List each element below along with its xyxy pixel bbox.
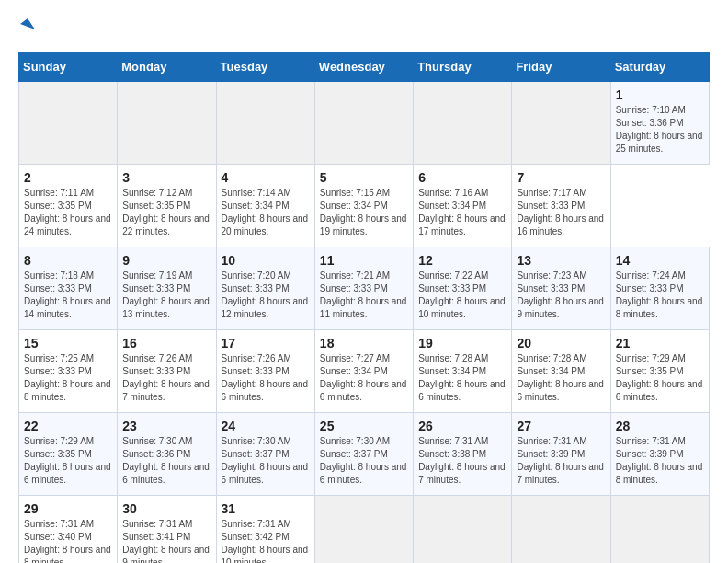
day-detail: Sunrise: 7:25 AMSunset: 3:33 PMDaylight:… [24,353,111,402]
day-detail: Sunrise: 7:31 AMSunset: 3:40 PMDaylight:… [24,519,111,563]
logo [18,18,35,37]
svg-marker-0 [20,18,35,29]
day-detail: Sunrise: 7:23 AMSunset: 3:33 PMDaylight:… [517,270,604,319]
calendar-week-row: 29Sunrise: 7:31 AMSunset: 3:40 PMDayligh… [19,496,710,564]
calendar-week-row: 2Sunrise: 7:11 AMSunset: 3:35 PMDaylight… [19,165,710,247]
day-number: 11 [320,253,408,268]
calendar-cell [610,496,709,564]
calendar-week-row: 15Sunrise: 7:25 AMSunset: 3:33 PMDayligh… [19,330,710,413]
calendar-cell: 28Sunrise: 7:31 AMSunset: 3:39 PMDayligh… [610,413,709,496]
calendar-cell: 4Sunrise: 7:14 AMSunset: 3:34 PMDaylight… [216,165,314,247]
day-detail: Sunrise: 7:31 AMSunset: 3:38 PMDaylight:… [418,436,506,485]
day-detail: Sunrise: 7:30 AMSunset: 3:36 PMDaylight:… [122,436,210,485]
day-number: 18 [320,336,408,350]
calendar-cell [512,496,610,564]
day-number: 12 [418,253,506,268]
header-tuesday: Tuesday [216,52,314,82]
day-detail: Sunrise: 7:27 AMSunset: 3:34 PMDaylight:… [320,353,407,402]
calendar-cell: 29Sunrise: 7:31 AMSunset: 3:40 PMDayligh… [19,496,118,564]
day-number: 7 [517,170,605,185]
calendar-cell: 22Sunrise: 7:29 AMSunset: 3:35 PMDayligh… [19,413,118,496]
day-number: 3 [122,170,210,185]
day-detail: Sunrise: 7:22 AMSunset: 3:33 PMDaylight:… [418,270,506,319]
day-number: 27 [517,419,605,433]
calendar-cell [118,82,216,165]
day-number: 6 [418,170,506,185]
calendar-table: SundayMondayTuesdayWednesdayThursdayFrid… [18,52,710,563]
day-detail: Sunrise: 7:19 AMSunset: 3:33 PMDaylight:… [122,270,210,319]
day-detail: Sunrise: 7:26 AMSunset: 3:33 PMDaylight:… [222,353,309,402]
calendar-cell [512,82,610,165]
day-detail: Sunrise: 7:31 AMSunset: 3:42 PMDaylight:… [222,519,309,563]
calendar-header-row: SundayMondayTuesdayWednesdayThursdayFrid… [19,52,710,82]
day-detail: Sunrise: 7:16 AMSunset: 3:34 PMDaylight:… [418,188,506,236]
day-number: 23 [122,419,210,433]
day-number: 15 [24,336,112,350]
calendar-cell: 10Sunrise: 7:20 AMSunset: 3:33 PMDayligh… [216,247,314,330]
calendar-cell: 7Sunrise: 7:17 AMSunset: 3:33 PMDaylight… [512,165,610,247]
day-number: 16 [122,336,210,350]
calendar-cell: 12Sunrise: 7:22 AMSunset: 3:33 PMDayligh… [414,247,512,330]
calendar-cell: 19Sunrise: 7:28 AMSunset: 3:34 PMDayligh… [414,330,512,413]
day-detail: Sunrise: 7:26 AMSunset: 3:33 PMDaylight:… [122,353,210,402]
calendar-cell: 31Sunrise: 7:31 AMSunset: 3:42 PMDayligh… [216,496,314,564]
day-detail: Sunrise: 7:28 AMSunset: 3:34 PMDaylight:… [418,353,506,402]
day-number: 8 [24,253,112,268]
header-monday: Monday [118,52,216,82]
calendar-cell: 30Sunrise: 7:31 AMSunset: 3:41 PMDayligh… [118,496,216,564]
calendar-week-row: 8Sunrise: 7:18 AMSunset: 3:33 PMDaylight… [19,247,710,330]
calendar-cell: 24Sunrise: 7:30 AMSunset: 3:37 PMDayligh… [216,413,314,496]
day-number: 19 [418,336,506,350]
calendar-cell: 2Sunrise: 7:11 AMSunset: 3:35 PMDaylight… [19,165,118,247]
day-number: 22 [24,419,112,433]
day-number: 5 [320,170,408,185]
day-detail: Sunrise: 7:15 AMSunset: 3:34 PMDaylight:… [320,188,407,236]
calendar-cell: 5Sunrise: 7:15 AMSunset: 3:34 PMDaylight… [314,165,413,247]
calendar-cell: 16Sunrise: 7:26 AMSunset: 3:33 PMDayligh… [118,330,216,413]
day-detail: Sunrise: 7:20 AMSunset: 3:33 PMDaylight:… [222,270,309,319]
day-number: 24 [222,419,310,433]
calendar-cell: 18Sunrise: 7:27 AMSunset: 3:34 PMDayligh… [314,330,413,413]
day-detail: Sunrise: 7:30 AMSunset: 3:37 PMDaylight:… [222,436,309,485]
calendar-cell [314,496,413,564]
day-number: 25 [320,419,408,433]
day-number: 10 [222,253,310,268]
day-detail: Sunrise: 7:10 AMSunset: 3:36 PMDaylight:… [616,105,703,154]
day-detail: Sunrise: 7:11 AMSunset: 3:35 PMDaylight:… [24,188,111,236]
day-number: 1 [616,87,704,102]
calendar-cell: 23Sunrise: 7:30 AMSunset: 3:36 PMDayligh… [118,413,216,496]
calendar-cell: 27Sunrise: 7:31 AMSunset: 3:39 PMDayligh… [512,413,610,496]
calendar-cell: 6Sunrise: 7:16 AMSunset: 3:34 PMDaylight… [414,165,512,247]
day-detail: Sunrise: 7:29 AMSunset: 3:35 PMDaylight:… [24,436,111,485]
day-detail: Sunrise: 7:31 AMSunset: 3:41 PMDaylight:… [122,519,210,563]
calendar-week-row: 22Sunrise: 7:29 AMSunset: 3:35 PMDayligh… [19,413,710,496]
calendar-cell [19,82,118,165]
day-detail: Sunrise: 7:21 AMSunset: 3:33 PMDaylight:… [320,270,407,319]
page-header [18,18,710,37]
day-detail: Sunrise: 7:12 AMSunset: 3:35 PMDaylight:… [122,188,210,236]
day-detail: Sunrise: 7:28 AMSunset: 3:34 PMDaylight:… [517,353,604,402]
day-number: 20 [517,336,605,350]
logo-bird-icon [20,17,35,31]
day-number: 28 [616,419,704,433]
calendar-week-row: 1Sunrise: 7:10 AMSunset: 3:36 PMDaylight… [19,82,710,165]
day-number: 14 [616,253,704,268]
day-detail: Sunrise: 7:29 AMSunset: 3:35 PMDaylight:… [616,353,703,402]
calendar-cell [314,82,413,165]
day-detail: Sunrise: 7:14 AMSunset: 3:34 PMDaylight:… [222,188,309,236]
header-saturday: Saturday [610,52,709,82]
calendar-cell: 15Sunrise: 7:25 AMSunset: 3:33 PMDayligh… [19,330,118,413]
header-wednesday: Wednesday [314,52,413,82]
calendar-cell: 25Sunrise: 7:30 AMSunset: 3:37 PMDayligh… [314,413,413,496]
calendar-cell: 8Sunrise: 7:18 AMSunset: 3:33 PMDaylight… [19,247,118,330]
header-friday: Friday [512,52,610,82]
day-number: 31 [222,501,310,516]
calendar-cell: 17Sunrise: 7:26 AMSunset: 3:33 PMDayligh… [216,330,314,413]
day-number: 2 [24,170,112,185]
calendar-cell [216,82,314,165]
day-number: 21 [616,336,704,350]
calendar-cell [414,496,512,564]
calendar-cell: 13Sunrise: 7:23 AMSunset: 3:33 PMDayligh… [512,247,610,330]
calendar-cell: 26Sunrise: 7:31 AMSunset: 3:38 PMDayligh… [414,413,512,496]
day-number: 13 [517,253,605,268]
